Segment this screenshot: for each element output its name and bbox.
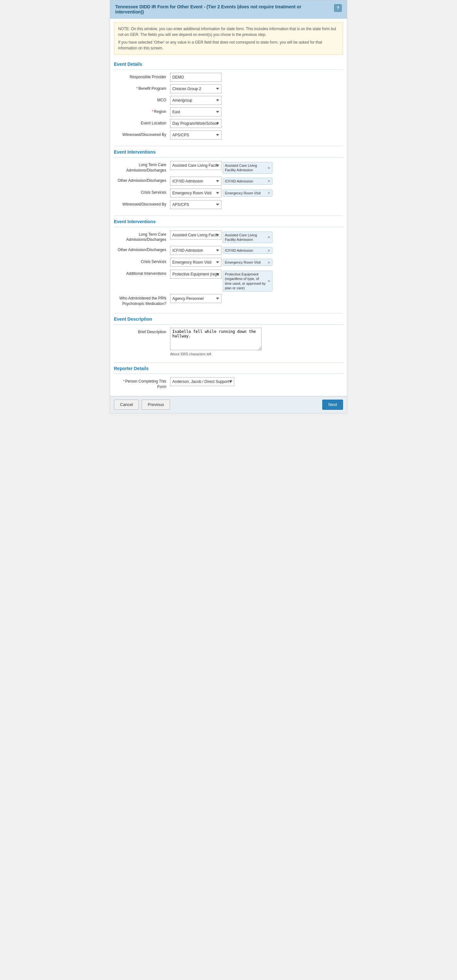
person-completing-select-wrap: Anderson, Jacob / Direct Support Profe..… (170, 377, 234, 386)
ltc-tag-1: Assisted Care Living Facility Admission … (223, 162, 272, 174)
crisis-tag-1: Emergency Room Visit × (223, 189, 272, 197)
crisis-tag-remove-2[interactable]: × (268, 260, 270, 264)
witnessed-select-2[interactable]: APS/CPS (170, 200, 221, 209)
event-location-select-wrap: Day Program/Work/School (170, 119, 221, 128)
crisis-select-wrap-2: Emergency Room Visit (170, 258, 221, 267)
event-details-section: Event Details Responsible Provider *Bene… (110, 58, 347, 146)
mco-wrap: Amerigroup (170, 96, 343, 105)
footer-left-buttons: Cancel Previous (114, 399, 170, 410)
responsible-provider-row: Responsible Provider (114, 73, 343, 82)
event-location-row: Event Location Day Program/Work/School (114, 119, 343, 128)
responsible-provider-input[interactable] (170, 73, 221, 82)
cancel-button[interactable]: Cancel (114, 399, 139, 410)
event-location-select[interactable]: Day Program/Work/School (170, 119, 221, 128)
ltc-row-2: Long Term Care Admissions/Discharges Ass… (114, 230, 343, 243)
crisis-select-1[interactable]: Emergency Room Visit (170, 189, 221, 197)
brief-description-textarea[interactable]: Isabella fell while running down the hal… (170, 328, 262, 350)
additional-interventions-label: Additional Interventions (114, 269, 170, 277)
ltc-select-2[interactable]: Assisted Care Living Facili... (170, 231, 221, 240)
ltc-select-wrap-1: Assisted Care Living Facili... (170, 161, 221, 170)
event-location-label: Event Location (114, 119, 170, 126)
prn-select-wrap: Agency Personnel (170, 294, 221, 303)
other-admissions-tag-remove-2[interactable]: × (268, 248, 270, 253)
next-button[interactable]: Next (322, 399, 343, 410)
other-admissions-label-1: Other Admission/Discharges (114, 177, 170, 183)
other-admissions-tag-2: ICF/IID Admission × (223, 247, 272, 254)
other-admissions-select-2[interactable]: ICF/IID Admission (170, 246, 221, 255)
crisis-tag-2: Emergency Room Visit × (223, 259, 272, 266)
event-interventions-title-2: Event Interventions (114, 216, 343, 227)
crisis-wrap-2: Emergency Room Visit Emergency Room Visi… (170, 258, 343, 267)
witnessed-wrap-1: APS/CPS (170, 130, 343, 140)
event-description-section: Event Description Brief Description Isab… (110, 313, 347, 363)
previous-button[interactable]: Previous (142, 399, 170, 410)
ltc-select-1[interactable]: Assisted Care Living Facili... (170, 161, 221, 170)
brief-description-row: Brief Description Isabella fell while ru… (114, 328, 343, 356)
help-button[interactable]: ? (334, 4, 342, 12)
brief-description-label: Brief Description (114, 328, 170, 335)
responsible-provider-wrap (170, 73, 343, 82)
benefit-program-select-wrap: Choices Group 2 (170, 84, 221, 93)
crisis-tag-remove-1[interactable]: × (268, 191, 270, 195)
crisis-label-2: Crisis Services (114, 258, 170, 264)
witnessed-label-1: Witnessed/Discovered By (114, 130, 170, 138)
person-completing-wrap: Anderson, Jacob / Direct Support Profe..… (170, 377, 343, 386)
benefit-program-wrap: Choices Group 2 (170, 84, 343, 93)
ltc-tag-remove-1[interactable]: × (268, 166, 270, 170)
event-details-title: Event Details (114, 58, 343, 70)
other-admissions-wrap-2: ICF/IID Admission ICF/IID Admission × (170, 246, 343, 255)
ltc-select-wrap-2: Assisted Care Living Facili... (170, 231, 221, 240)
person-required-star: * (123, 379, 125, 383)
witnessed-row-1: Witnessed/Discovered By APS/CPS (114, 130, 343, 140)
region-row: *Region East (114, 107, 343, 116)
benefit-program-row: *Benefit Program Choices Group 2 (114, 84, 343, 93)
crisis-row-2: Crisis Services Emergency Room Visit Eme… (114, 258, 343, 267)
other-admissions-select-wrap-2: ICF/IID Admission (170, 246, 221, 255)
event-description-title: Event Description (114, 313, 343, 325)
additional-interventions-row: Additional Interventions Protective Equi… (114, 269, 343, 291)
other-admissions-label-2: Other Admission/Discharges (114, 246, 170, 253)
region-required-star: * (152, 109, 153, 114)
mco-select[interactable]: Amerigroup (170, 96, 221, 105)
crisis-wrap-1: Emergency Room Visit Emergency Room Visi… (170, 188, 343, 197)
crisis-select-wrap-1: Emergency Room Visit (170, 189, 221, 197)
other-admissions-select-1[interactable]: ICF/IID Admission (170, 177, 221, 186)
prn-select[interactable]: Agency Personnel (170, 294, 221, 303)
additional-interventions-tag-remove[interactable]: × (268, 279, 270, 283)
other-admissions-select-wrap-1: ICF/IID Admission (170, 177, 221, 186)
person-completing-select[interactable]: Anderson, Jacob / Direct Support Profe..… (170, 377, 234, 386)
other-admissions-tag-1: ICF/IID Admission × (223, 178, 272, 185)
witnessed-label-2: Witnessed/Discovered By (114, 200, 170, 207)
region-select[interactable]: East (170, 107, 221, 116)
ltc-label-2: Long Term Care Admissions/Discharges (114, 230, 170, 243)
char-count: About 3955 characters left (170, 352, 343, 356)
event-location-wrap: Day Program/Work/School (170, 119, 343, 128)
prn-wrap: Agency Personnel (170, 294, 343, 303)
additional-interventions-select[interactable]: Protective Equipment (rega... (170, 270, 221, 279)
brief-description-wrap: Isabella fell while running down the hal… (170, 328, 343, 356)
mco-select-wrap: Amerigroup (170, 96, 221, 105)
crisis-select-2[interactable]: Emergency Room Visit (170, 258, 221, 267)
footer-bar: Cancel Previous Next (110, 396, 347, 413)
note-line2: If you have selected 'Other' or any valu… (118, 40, 339, 51)
additional-interventions-tag: Protective Equipment (regardless of type… (223, 270, 272, 291)
benefit-required-star: * (136, 86, 138, 91)
ltc-label-1: Long Term Care Admissions/Discharges (114, 161, 170, 173)
region-wrap: East (170, 107, 343, 116)
other-admissions-tag-remove-1[interactable]: × (268, 179, 270, 183)
mco-label: MCO (114, 96, 170, 103)
reporter-details-section: Reporter Details *Person Completing This… (110, 363, 347, 396)
other-admissions-row-2: Other Admission/Discharges ICF/IID Admis… (114, 246, 343, 255)
witnessed-select-1[interactable]: APS/CPS (170, 130, 221, 140)
mco-row: MCO Amerigroup (114, 96, 343, 105)
ltc-wrap-1: Assisted Care Living Facili... Assisted … (170, 161, 343, 174)
witnessed-select-wrap-2: APS/CPS (170, 200, 221, 209)
witnessed-wrap-2: APS/CPS (170, 200, 343, 209)
benefit-program-label: *Benefit Program (114, 84, 170, 91)
benefit-program-select[interactable]: Choices Group 2 (170, 84, 221, 93)
crisis-row-1: Crisis Services Emergency Room Visit Eme… (114, 188, 343, 197)
ltc-tag-2: Assisted Care Living Facility Admission … (223, 232, 272, 243)
ltc-tag-remove-2[interactable]: × (268, 235, 270, 239)
ltc-row-1: Long Term Care Admissions/Discharges Ass… (114, 161, 343, 174)
other-admissions-wrap-1: ICF/IID Admission ICF/IID Admission × (170, 177, 343, 186)
